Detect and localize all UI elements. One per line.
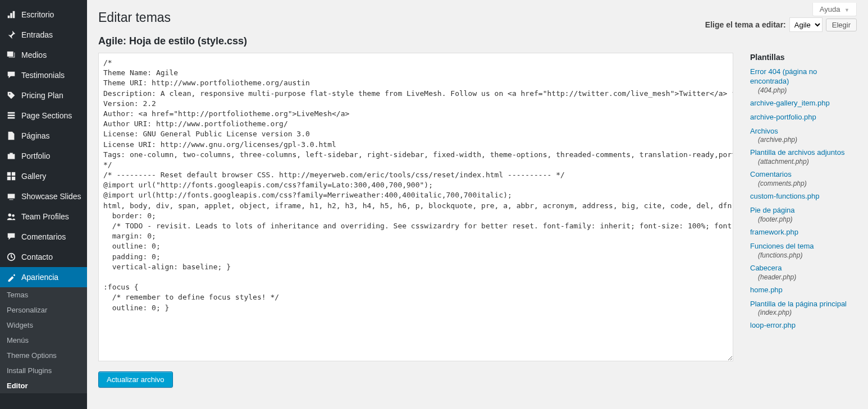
help-tab[interactable]: Ayuda ▼ xyxy=(812,3,857,16)
contact-icon xyxy=(6,251,17,263)
sidebar-item-gallery[interactable]: Gallery xyxy=(0,166,87,186)
sidebar-sub-item[interactable]: Install Plugins xyxy=(0,363,87,378)
sidebar-sub-item[interactable]: Temas xyxy=(0,287,87,302)
sidebar-sub-item[interactable]: Editor xyxy=(0,378,87,393)
file-list-item: Archivos(archive.php) xyxy=(750,127,857,144)
sidebar-item-label: Apariencia xyxy=(21,273,58,282)
svg-rect-6 xyxy=(8,194,15,199)
update-file-button[interactable]: Actualizar archivo xyxy=(98,371,173,388)
file-name: (header.php) xyxy=(758,273,857,281)
choose-button[interactable]: Elegir xyxy=(826,19,857,31)
sidebar-item-contact[interactable]: Contacto xyxy=(0,247,87,267)
file-link[interactable]: Error 404 (página no encontrada) xyxy=(750,67,857,86)
file-list-item: Error 404 (página no encontrada)(404.php… xyxy=(750,67,857,94)
file-list-item: Comentarios(comments.php) xyxy=(750,170,857,187)
sidebar-item-label: Team Profiles xyxy=(21,212,69,221)
sidebar-item-label: Showcase Slides xyxy=(21,192,81,201)
file-link[interactable]: Archivos xyxy=(750,127,857,136)
file-link[interactable]: loop-error.php xyxy=(750,321,857,330)
sidebar-item-appearance[interactable]: Apariencia xyxy=(0,267,87,287)
sidebar-item-label: Testimonials xyxy=(21,71,65,80)
file-list-item: Pie de página(footer.php) xyxy=(750,206,857,223)
svg-rect-2 xyxy=(7,172,11,176)
svg-rect-5 xyxy=(12,177,15,180)
sidebar-item-tag[interactable]: Pricing Plan xyxy=(0,85,87,105)
file-link[interactable]: archive-gallery_item.php xyxy=(750,99,857,108)
code-editor[interactable] xyxy=(98,53,733,361)
file-list-item: home.php xyxy=(750,286,857,295)
sidebar-item-label: Gallery xyxy=(21,172,46,181)
sidebar-item-dashboard[interactable]: Escritorio xyxy=(0,4,87,25)
file-link[interactable]: Pie de página xyxy=(750,206,857,215)
file-link[interactable]: Comentarios xyxy=(750,170,857,180)
svg-point-7 xyxy=(8,214,11,217)
file-link[interactable]: Plantilla de la página principal xyxy=(750,300,857,309)
theme-selector-row: Elige el tema a editar: Agile Elegir xyxy=(705,17,857,32)
gallery-icon xyxy=(6,171,17,182)
svg-rect-4 xyxy=(7,177,11,180)
slides-icon xyxy=(6,191,17,202)
sidebar-item-label: Pricing Plan xyxy=(21,91,63,100)
file-list-item: custom-functions.php xyxy=(750,192,857,201)
file-name: (comments.php) xyxy=(758,180,857,187)
file-link[interactable]: home.php xyxy=(750,286,857,295)
file-name: (archive.php) xyxy=(758,136,857,144)
sidebar-item-label: Page Sections xyxy=(21,111,72,120)
svg-point-0 xyxy=(8,53,10,54)
file-list: Error 404 (página no encontrada)(404.php… xyxy=(750,67,857,330)
file-link[interactable]: Funciones del tema xyxy=(750,242,857,251)
sidebar-item-label: Portfolio xyxy=(21,151,50,160)
theme-select-label: Elige el tema a editar: xyxy=(705,20,786,29)
file-link[interactable]: Plantilla de archivos adjuntos xyxy=(750,148,857,158)
theme-select[interactable]: Agile xyxy=(789,17,823,32)
sidebar-item-label: Páginas xyxy=(21,131,50,140)
file-name: (index.php) xyxy=(758,309,857,316)
file-list-item: framework.php xyxy=(750,228,857,237)
sidebar-sub-item[interactable]: Menús xyxy=(0,333,87,348)
sidebar-item-label: Entradas xyxy=(21,30,53,39)
file-heading: Agile: Hoja de estilo (style.css) xyxy=(98,35,857,47)
file-link[interactable]: framework.php xyxy=(750,228,857,237)
team-icon xyxy=(6,211,17,222)
file-list-item: Plantilla de archivos adjuntos(attachmen… xyxy=(750,148,857,166)
pin-icon xyxy=(6,29,17,40)
svg-rect-3 xyxy=(12,172,15,176)
file-name: (footer.php) xyxy=(758,215,857,223)
file-link[interactable]: custom-functions.php xyxy=(750,192,857,201)
sidebar-item-comment[interactable]: Comentarios xyxy=(0,227,87,247)
sidebar-item-page[interactable]: Páginas xyxy=(0,126,87,146)
comment-icon xyxy=(6,231,17,242)
admin-sidebar: EscritorioEntradasMediosTestimonialsPric… xyxy=(0,0,87,409)
sidebar-item-team[interactable]: Team Profiles xyxy=(0,206,87,227)
sidebar-sub-item[interactable]: Personalizar xyxy=(0,302,87,318)
portfolio-icon xyxy=(6,150,17,162)
file-name: (functions.php) xyxy=(758,251,857,259)
sidebar-item-page-sections[interactable]: Page Sections xyxy=(0,105,87,126)
file-list-item: loop-error.php xyxy=(750,321,857,330)
file-link[interactable]: archive-portfolio.php xyxy=(750,113,857,122)
sidebar-item-portfolio[interactable]: Portfolio xyxy=(0,146,87,166)
testimonial-icon xyxy=(6,70,17,81)
sidebar-item-media[interactable]: Medios xyxy=(0,45,87,65)
tag-icon xyxy=(6,90,17,101)
sidebar-item-slides[interactable]: Showcase Slides xyxy=(0,186,87,206)
main-content: Ayuda ▼ Editar temas Elige el tema a edi… xyxy=(87,0,868,409)
sidebar-sub-item[interactable]: Theme Options xyxy=(0,348,87,363)
media-icon xyxy=(6,49,17,61)
sidebar-sub-item[interactable]: Widgets xyxy=(0,318,87,333)
file-list-item: archive-gallery_item.php xyxy=(750,99,857,108)
file-list-item: Funciones del tema(functions.php) xyxy=(750,242,857,259)
file-name: (attachment.php) xyxy=(758,158,857,166)
chevron-down-icon: ▼ xyxy=(844,7,849,13)
page-sections-icon xyxy=(6,110,17,121)
sidebar-item-label: Medios xyxy=(21,50,47,59)
file-link[interactable]: Cabecera xyxy=(750,264,857,273)
templates-heading: Plantillas xyxy=(750,53,857,62)
svg-point-1 xyxy=(9,93,10,94)
sidebar-item-testimonial[interactable]: Testimonials xyxy=(0,65,87,85)
file-name: (404.php) xyxy=(758,86,857,94)
page-icon xyxy=(6,130,17,141)
appearance-icon xyxy=(6,272,17,283)
sidebar-item-pin[interactable]: Entradas xyxy=(0,25,87,45)
file-list-item: Cabecera(header.php) xyxy=(750,264,857,281)
